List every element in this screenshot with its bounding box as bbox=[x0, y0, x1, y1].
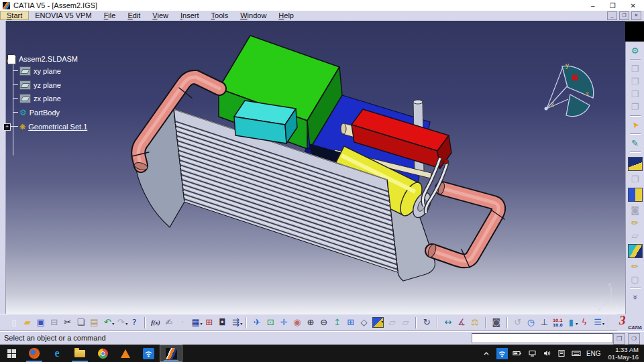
taskbar-vlc[interactable] bbox=[114, 345, 137, 362]
menu-item-file[interactable]: File bbox=[98, 11, 122, 19]
camera-gray-icon[interactable]: ◙ bbox=[629, 204, 642, 217]
select-arrow-icon[interactable]: ➤ bbox=[626, 116, 644, 134]
normal-view-icon[interactable]: ↥ bbox=[331, 316, 343, 329]
menu-item-help[interactable]: Help bbox=[272, 11, 300, 19]
paste-icon[interactable]: ▤ bbox=[88, 316, 100, 329]
copy-icon[interactable]: ❏ bbox=[75, 316, 87, 329]
minimize-button[interactable]: – bbox=[591, 2, 595, 9]
tree-item-xy-plane[interactable]: xy plane bbox=[19, 66, 61, 76]
turntable-icon[interactable]: ↻ bbox=[421, 316, 433, 329]
product-gear-icon[interactable]: ⚙ bbox=[629, 44, 642, 57]
fly-mode-icon[interactable]: ✈ bbox=[251, 316, 263, 329]
menu-item-start[interactable]: Start bbox=[0, 11, 29, 20]
iso-view-icon[interactable]: ◇ bbox=[358, 316, 370, 329]
taskbar-chrome[interactable] bbox=[91, 345, 114, 362]
cut-icon[interactable]: ✂ bbox=[62, 316, 74, 329]
window-frame-icon[interactable]: ❐ bbox=[629, 173, 642, 186]
bolt-icon[interactable]: ϟ bbox=[578, 316, 590, 329]
command-input[interactable] bbox=[472, 333, 613, 343]
tray-battery-icon[interactable] bbox=[513, 349, 523, 359]
taskbar-catia[interactable] bbox=[160, 345, 182, 362]
knowledge-dot-icon[interactable]: · bbox=[176, 316, 189, 329]
tray-chevron-up-icon[interactable] bbox=[482, 349, 492, 359]
tray-keyboard-icon[interactable] bbox=[572, 349, 582, 359]
new-product-icon[interactable]: ❐ bbox=[629, 75, 642, 88]
tray-speaker-icon[interactable] bbox=[542, 349, 552, 359]
zoom-out-icon[interactable]: ⊖ bbox=[318, 316, 330, 329]
open-folder-icon[interactable]: ▰ bbox=[21, 316, 34, 329]
menu-item-window[interactable]: Window bbox=[234, 11, 272, 19]
hidden-mode2-icon[interactable]: ▱ bbox=[399, 316, 411, 329]
undo-icon[interactable]: ↶▾ bbox=[101, 316, 113, 329]
formula-icon[interactable]: f(x) bbox=[150, 316, 162, 329]
pan-icon[interactable]: ✛ bbox=[278, 316, 290, 329]
tree-root-label[interactable]: Assem2.SLDASM bbox=[19, 55, 78, 63]
menu-item-tools[interactable]: Tools bbox=[205, 11, 235, 19]
close-button[interactable]: ✕ bbox=[631, 2, 636, 9]
hidden-mode-icon[interactable]: ▱ bbox=[386, 316, 398, 329]
mass-properties-icon[interactable]: ⚖ bbox=[469, 316, 481, 329]
tray-wifi-icon[interactable] bbox=[496, 348, 508, 359]
child-minimize-button[interactable]: _ bbox=[607, 11, 617, 20]
zoom-in-icon[interactable]: ⊕ bbox=[305, 316, 317, 329]
more-tools-chevron-icon[interactable]: » bbox=[629, 291, 641, 304]
new-part-icon[interactable]: ❒ bbox=[629, 88, 642, 101]
clock[interactable]: 1:33 AM 01-May-16 bbox=[606, 346, 639, 361]
measure-icon[interactable]: ↔ bbox=[442, 316, 454, 329]
redo-icon[interactable]: ↷▾ bbox=[115, 316, 127, 329]
existing-component-icon[interactable]: ❐ bbox=[629, 101, 642, 113]
sketcher-icon[interactable]: ✎ bbox=[629, 137, 642, 149]
measure-item-icon[interactable]: ∡ bbox=[455, 316, 468, 329]
tray-notebook-icon[interactable] bbox=[557, 349, 567, 359]
dialog-toggle-button[interactable]: ❍ bbox=[628, 333, 640, 345]
taskbar-wifi-app[interactable] bbox=[137, 345, 160, 362]
rotate-view-icon[interactable]: ◉ bbox=[291, 316, 303, 329]
pencil-gold2-icon[interactable]: ✏ bbox=[629, 260, 642, 273]
taskbar-file-explorer[interactable] bbox=[68, 345, 91, 362]
annotation-icon[interactable]: ✍ bbox=[163, 316, 175, 329]
menu-item-edit[interactable]: Edit bbox=[121, 11, 146, 19]
power-input-button[interactable]: ❒ bbox=[613, 333, 625, 345]
menu-item-enovia-v5-vpm[interactable]: ENOVIA V5 VPM bbox=[29, 11, 97, 19]
part-design-icon[interactable] bbox=[628, 157, 643, 171]
taskbar-edge[interactable]: e bbox=[46, 345, 68, 362]
print-icon[interactable]: ⊟ bbox=[48, 316, 60, 329]
restore-button[interactable]: ❐ bbox=[610, 2, 616, 9]
part-right-pipe[interactable] bbox=[427, 182, 504, 267]
cylinder-icon[interactable]: ▮▾ bbox=[565, 316, 577, 329]
child-close-button[interactable]: ✕ bbox=[631, 11, 641, 20]
fit-all-icon[interactable]: ⊡ bbox=[264, 316, 276, 329]
axis-system-icon[interactable]: ⊥ bbox=[538, 316, 550, 329]
new-component-icon[interactable]: ❒ bbox=[629, 62, 642, 75]
pencil-gold-icon[interactable]: ✏ bbox=[629, 217, 642, 229]
part-cyan-box[interactable] bbox=[234, 101, 297, 143]
multi-view-icon[interactable]: ⊞ bbox=[345, 316, 357, 329]
tree-item-geometrical-set[interactable]: ❋ Geometrical Set.1 bbox=[19, 121, 87, 132]
tree-item-zx-plane[interactable]: zx plane bbox=[19, 93, 61, 104]
menu-item-view[interactable]: View bbox=[146, 11, 174, 19]
product-graph-icon[interactable]: ⊞ bbox=[203, 316, 215, 329]
whats-this-icon[interactable]: ? bbox=[128, 316, 140, 329]
language-indicator[interactable]: ENG bbox=[586, 350, 601, 357]
lock-icon[interactable]: ◘ bbox=[217, 316, 229, 329]
list-icon[interactable]: ☰▾ bbox=[592, 316, 604, 329]
split-view-icon[interactable] bbox=[628, 188, 643, 202]
globe-clock-icon[interactable]: ◷ bbox=[525, 316, 537, 329]
iso-cube-icon[interactable] bbox=[628, 244, 643, 258]
surface-gray-icon[interactable]: ▱ bbox=[629, 229, 642, 242]
spiral-icon[interactable]: ↺ bbox=[512, 316, 524, 329]
compass-handle[interactable] bbox=[572, 75, 578, 80]
constraints-icon[interactable]: ⇶▾ bbox=[229, 316, 241, 329]
shaded-view-icon[interactable]: ▾ bbox=[372, 317, 383, 328]
tree-item-partbody[interactable]: ⚙ PartBody bbox=[19, 107, 60, 118]
orientation-compass[interactable]: y x z bbox=[545, 62, 594, 117]
menu-item-insert[interactable]: Insert bbox=[174, 11, 205, 19]
taskbar-firefox[interactable] bbox=[23, 345, 46, 362]
tree-item-yz-plane[interactable]: yz plane bbox=[19, 80, 61, 90]
save-icon[interactable]: ▣ bbox=[35, 316, 47, 329]
capture-camera-icon[interactable]: ◙ bbox=[490, 316, 502, 329]
expand-node-button[interactable]: + bbox=[3, 123, 11, 131]
start-button[interactable] bbox=[0, 345, 23, 362]
child-restore-button[interactable]: ❐ bbox=[619, 11, 629, 20]
surface-gray2-icon[interactable]: ▢ bbox=[629, 273, 642, 286]
